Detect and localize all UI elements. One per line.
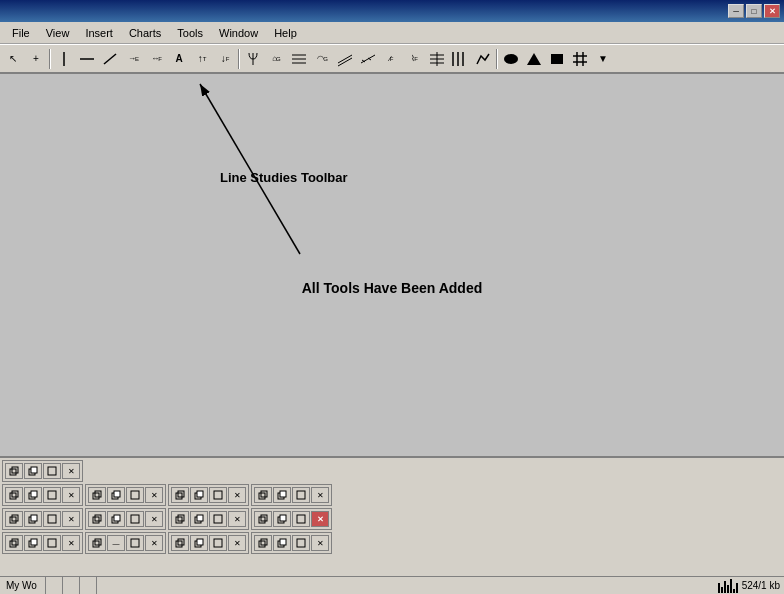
tab-btn-r3-2-min[interactable]	[107, 511, 125, 527]
extended-line-tool[interactable]: ↔F	[145, 48, 167, 70]
tab-btn-r4-2-min[interactable]: —	[107, 535, 125, 551]
tab-btn-r2-1-close[interactable]: ✕	[62, 487, 80, 503]
tab-btn-r2-2-max[interactable]	[126, 487, 144, 503]
pointer-tool[interactable]: ↖	[2, 48, 24, 70]
tab-btn-r4-4-min[interactable]	[273, 535, 291, 551]
menu-charts[interactable]: Charts	[121, 25, 169, 41]
svg-rect-37	[93, 493, 99, 499]
menu-insert[interactable]: Insert	[77, 25, 121, 41]
tab-btn-restore[interactable]	[5, 463, 23, 479]
tab-btn-r3-4-restore[interactable]	[254, 511, 272, 527]
tab-group-r4-3: ✕	[168, 532, 249, 554]
menu-window[interactable]: Window	[211, 25, 266, 41]
tab-btn-r2-1-min[interactable]	[24, 487, 42, 503]
polyline-tool[interactable]	[472, 48, 494, 70]
arrow-up-tool[interactable]: ↑T	[191, 48, 213, 70]
line-studies-toolbar: ↖ + →E ↔F A ↑T ↓F ⌂G ◠G ∕F ⌇F	[0, 44, 784, 74]
svg-rect-33	[12, 491, 18, 497]
gann-lines-tool[interactable]: ⌇F	[403, 48, 425, 70]
tab-group-r4-4: ✕	[251, 532, 332, 554]
crosshair-tool[interactable]: +	[25, 48, 47, 70]
tab-btn-r4-3-min[interactable]	[190, 535, 208, 551]
tab-btn-r2-2-close[interactable]: ✕	[145, 487, 163, 503]
percent-tool[interactable]	[426, 48, 448, 70]
tab-btn-r2-2-restore[interactable]	[88, 487, 106, 503]
rectangle-tool[interactable]	[546, 48, 568, 70]
tab-btn-r3-3-min[interactable]	[190, 511, 208, 527]
tab-btn-r2-3-close[interactable]: ✕	[228, 487, 246, 503]
ray-tool[interactable]: →E	[122, 48, 144, 70]
channel-tool[interactable]	[334, 48, 356, 70]
tab-btn-r2-4-close[interactable]: ✕	[311, 487, 329, 503]
horizontal-line-tool[interactable]	[76, 48, 98, 70]
trend-line-tool[interactable]	[99, 48, 121, 70]
tab-btn-max[interactable]	[43, 463, 61, 479]
tab-btn-r4-1-min[interactable]	[24, 535, 42, 551]
menu-view[interactable]: View	[38, 25, 78, 41]
gann-fan-tool[interactable]: ⌂G	[265, 48, 287, 70]
svg-rect-63	[178, 515, 184, 521]
tab-btn-r2-4-min[interactable]	[273, 487, 291, 503]
tab-btn-r4-2-close[interactable]: ✕	[145, 535, 163, 551]
tab-btn-r2-3-restore[interactable]	[171, 487, 189, 503]
tab-btn-r3-1-min[interactable]	[24, 511, 42, 527]
tab-btn-r3-1-max[interactable]	[43, 511, 61, 527]
pitchfork-tool[interactable]	[242, 48, 264, 70]
tab-btn-r4-2-restore[interactable]	[88, 535, 106, 551]
svg-rect-71	[297, 515, 305, 523]
svg-rect-36	[48, 491, 56, 499]
regression-tool[interactable]	[357, 48, 379, 70]
tab-btn-close[interactable]: ✕	[62, 463, 80, 479]
tab-btn-r3-4-min[interactable]	[273, 511, 291, 527]
svg-rect-84	[214, 539, 222, 547]
hash-tool[interactable]	[569, 48, 591, 70]
tab-btn-r4-2-max[interactable]	[126, 535, 144, 551]
tab-btn-r3-3-close[interactable]: ✕	[228, 511, 246, 527]
tab-btn-min[interactable]	[24, 463, 42, 479]
tab-btn-r4-1-max[interactable]	[43, 535, 61, 551]
menu-help[interactable]: Help	[266, 25, 305, 41]
tab-btn-r4-1-close[interactable]: ✕	[62, 535, 80, 551]
tab-btn-r3-3-restore[interactable]	[171, 511, 189, 527]
tab-btn-r4-3-close[interactable]: ✕	[228, 535, 246, 551]
menu-file[interactable]: File	[4, 25, 38, 41]
svg-rect-56	[48, 515, 56, 523]
tab-btn-r4-4-close[interactable]: ✕	[311, 535, 329, 551]
tab-btn-r3-4-close-red[interactable]: ✕	[311, 511, 329, 527]
minimize-button[interactable]: ─	[728, 4, 744, 18]
arc-tool[interactable]: ◠G	[311, 48, 333, 70]
retracement-tool[interactable]	[288, 48, 310, 70]
text-tool[interactable]: A	[168, 48, 190, 70]
tab-btn-r2-4-restore[interactable]	[254, 487, 272, 503]
more-tools[interactable]: ▼	[592, 48, 614, 70]
tab-btn-r2-3-max[interactable]	[209, 487, 227, 503]
cycles-tool[interactable]	[449, 48, 471, 70]
ellipse-tool[interactable]	[500, 48, 522, 70]
tab-btn-r4-3-max[interactable]	[209, 535, 227, 551]
tab-btn-r4-4-restore[interactable]	[254, 535, 272, 551]
tab-btn-r3-2-close[interactable]: ✕	[145, 511, 163, 527]
svg-rect-43	[178, 491, 184, 497]
tab-btn-r4-4-max[interactable]	[292, 535, 310, 551]
tab-btn-r2-1-restore[interactable]	[5, 487, 23, 503]
close-button[interactable]: ✕	[764, 4, 780, 18]
tab-btn-r4-1-restore[interactable]	[5, 535, 23, 551]
vertical-line-tool[interactable]	[53, 48, 75, 70]
tab-btn-r3-1-restore[interactable]	[5, 511, 23, 527]
speed-lines-tool[interactable]: ∕F	[380, 48, 402, 70]
tab-btn-r4-3-restore[interactable]	[171, 535, 189, 551]
svg-rect-51	[297, 491, 305, 499]
tab-btn-r3-3-max[interactable]	[209, 511, 227, 527]
maximize-button[interactable]: □	[746, 4, 762, 18]
triangle-tool[interactable]	[523, 48, 545, 70]
menu-tools[interactable]: Tools	[169, 25, 211, 41]
tab-btn-r3-2-restore[interactable]	[88, 511, 106, 527]
tab-btn-r2-1-max[interactable]	[43, 487, 61, 503]
tab-btn-r2-3-min[interactable]	[190, 487, 208, 503]
tab-btn-r2-4-max[interactable]	[292, 487, 310, 503]
tab-btn-r3-1-close[interactable]: ✕	[62, 511, 80, 527]
tab-btn-r2-2-min[interactable]	[107, 487, 125, 503]
tab-btn-r3-4-max[interactable]	[292, 511, 310, 527]
tab-btn-r3-2-max[interactable]	[126, 511, 144, 527]
arrow-down-tool[interactable]: ↓F	[214, 48, 236, 70]
